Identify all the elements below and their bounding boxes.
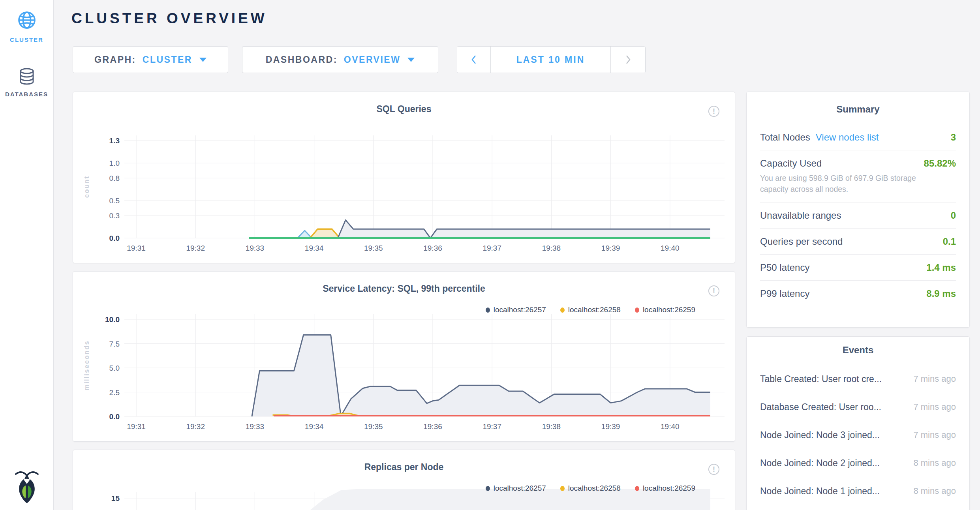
summary-rows: Total NodesView nodes list3Capacity Used… — [747, 124, 969, 306]
svg-text:0.3: 0.3 — [109, 212, 120, 220]
sidebar-item-cluster[interactable]: CLUSTER — [0, 9, 53, 43]
summary-row-value: 0 — [951, 210, 956, 221]
summary-row: P99 latency8.9 ms — [760, 281, 956, 306]
svg-text:19:33: 19:33 — [246, 244, 265, 252]
summary-row-value: 1.4 ms — [926, 262, 956, 273]
event-row[interactable]: Node Joined: Node 2 joined...8 mins ago — [760, 449, 956, 477]
events-title: Events — [747, 345, 969, 356]
svg-text:19:40: 19:40 — [661, 244, 680, 252]
svg-text:0.0: 0.0 — [109, 234, 120, 242]
time-forward-button[interactable] — [610, 47, 645, 73]
info-icon[interactable]: ! — [708, 105, 720, 117]
events-panel: Events Table Created: User root cre...7 … — [746, 336, 970, 510]
legend-dot-icon — [486, 486, 490, 491]
event-time: 7 mins ago — [905, 374, 956, 384]
summary-row-label: P99 latency — [760, 288, 809, 299]
svg-text:19:39: 19:39 — [601, 422, 620, 431]
legend-dot-icon — [560, 486, 565, 491]
legend-dot-icon — [635, 308, 639, 313]
time-back-button[interactable] — [457, 47, 491, 73]
svg-text:!: ! — [713, 287, 715, 295]
chart-title: Replicas per Node — [73, 462, 735, 472]
event-text: Database Created: User roo... — [760, 402, 881, 412]
summary-row: Capacity Used85.82%You are using 598.9 G… — [760, 150, 956, 202]
summary-row: P50 latency1.4 ms — [760, 255, 956, 281]
dashboard-dropdown-value: OVERVIEW — [344, 54, 401, 65]
svg-text:19:33: 19:33 — [246, 422, 265, 431]
svg-text:19:38: 19:38 — [542, 244, 561, 252]
graph-dropdown-label: GRAPH: — [94, 54, 136, 65]
sidebar-item-label: CLUSTER — [10, 36, 43, 43]
legend-label: localhost:26257 — [494, 484, 546, 493]
svg-text:19:37: 19:37 — [482, 422, 501, 431]
legend-label: localhost:26259 — [643, 306, 695, 314]
event-time: 8 mins ago — [905, 486, 956, 496]
svg-text:19:36: 19:36 — [423, 422, 442, 431]
summary-row-label: P50 latency — [760, 262, 809, 273]
event-text: Node Joined: Node 1 joined... — [760, 486, 880, 497]
graph-dropdown[interactable]: GRAPH: CLUSTER — [73, 46, 228, 73]
summary-row: Unavailable ranges0 — [760, 202, 956, 229]
event-text: Table Created: User root cre... — [760, 374, 882, 384]
svg-text:1.0: 1.0 — [109, 159, 120, 167]
chevron-down-icon — [199, 58, 207, 62]
summary-row-label: Queries per second — [760, 236, 843, 247]
legend-label: localhost:26258 — [568, 484, 621, 493]
view-nodes-list-link[interactable]: View nodes list — [816, 132, 879, 143]
sql-queries-chart[interactable]: 0.00.30.50.81.01.319:3119:3219:3319:3419… — [73, 92, 735, 263]
legend-item[interactable]: localhost:26259 — [635, 484, 695, 493]
sidebar-item-databases[interactable]: DATABASES — [0, 68, 53, 98]
svg-text:5.0: 5.0 — [109, 364, 120, 372]
summary-title: Summary — [747, 104, 969, 115]
cockroachdb-logo[interactable] — [15, 470, 39, 505]
legend-label: localhost:26258 — [568, 306, 621, 314]
svg-text:19:36: 19:36 — [423, 244, 442, 252]
legend-dot-icon — [560, 308, 565, 313]
svg-text:19:31: 19:31 — [127, 244, 146, 252]
svg-text:0.8: 0.8 — [109, 174, 120, 182]
svg-text:0.5: 0.5 — [109, 197, 120, 205]
summary-row: Queries per second0.1 — [760, 229, 956, 255]
service-latency-chart[interactable]: 0.02.55.07.510.019:3119:3219:3319:3419:3… — [73, 272, 735, 442]
sidebar-item-label: DATABASES — [5, 91, 48, 98]
event-row[interactable]: Table Created: User root cre...7 mins ag… — [760, 365, 956, 393]
svg-text:1.3: 1.3 — [109, 137, 120, 145]
summary-row-caption: You are using 598.9 GiB of 697.9 GiB sto… — [760, 172, 956, 195]
replicas-per-node-chart[interactable]: 151019:3119:3219:3319:3419:3519:3619:371… — [73, 450, 735, 510]
svg-text:!: ! — [713, 465, 715, 473]
event-row[interactable]: Node Joined: Node 1 joined...8 mins ago — [760, 477, 956, 505]
chevron-down-icon — [407, 58, 415, 62]
database-icon — [18, 68, 36, 86]
legend-dot-icon — [486, 308, 490, 313]
info-icon[interactable]: ! — [708, 463, 720, 475]
legend-item[interactable]: localhost:26257 — [486, 306, 546, 314]
event-row[interactable]: Database Created: User roo...7 mins ago — [760, 393, 956, 421]
summary-row-label: Total Nodes — [760, 132, 810, 143]
cockroach-icon — [15, 470, 39, 504]
legend-item[interactable]: localhost:26258 — [560, 306, 621, 314]
chart-panel-sql-queries: 0.00.30.50.81.01.319:3119:3219:3319:3419… — [73, 92, 735, 263]
dashboard-dropdown[interactable]: DASHBOARD: OVERVIEW — [242, 46, 438, 73]
legend-label: localhost:26259 — [643, 484, 695, 493]
graph-dropdown-value: CLUSTER — [143, 54, 192, 65]
svg-text:19:35: 19:35 — [364, 422, 383, 431]
svg-text:19:34: 19:34 — [305, 244, 324, 252]
event-time: 8 mins ago — [905, 458, 956, 468]
summary-row-value: 8.9 ms — [926, 288, 956, 299]
svg-text:19:35: 19:35 — [364, 244, 383, 252]
time-range-label[interactable]: LAST 10 MIN — [491, 47, 610, 73]
info-icon[interactable]: ! — [708, 285, 720, 297]
dashboard-dropdown-label: DASHBOARD: — [266, 54, 338, 65]
chart-title: Service Latency: SQL, 99th percentile — [73, 283, 735, 294]
svg-text:count: count — [83, 176, 90, 198]
event-time: 7 mins ago — [905, 402, 956, 412]
controls-bar: GRAPH: CLUSTER DASHBOARD: OVERVIEW LAST … — [73, 46, 646, 73]
legend-item[interactable]: localhost:26258 — [560, 484, 621, 493]
chart-panel-service-latency: 0.02.55.07.510.019:3119:3219:3319:3419:3… — [73, 271, 735, 442]
svg-text:19:38: 19:38 — [542, 422, 561, 431]
event-row[interactable]: Node Joined: Node 3 joined...7 mins ago — [760, 421, 956, 449]
svg-text:19:40: 19:40 — [661, 422, 680, 431]
svg-text:0.0: 0.0 — [109, 412, 120, 421]
legend-item[interactable]: localhost:26257 — [486, 484, 546, 493]
legend-item[interactable]: localhost:26259 — [635, 306, 695, 314]
